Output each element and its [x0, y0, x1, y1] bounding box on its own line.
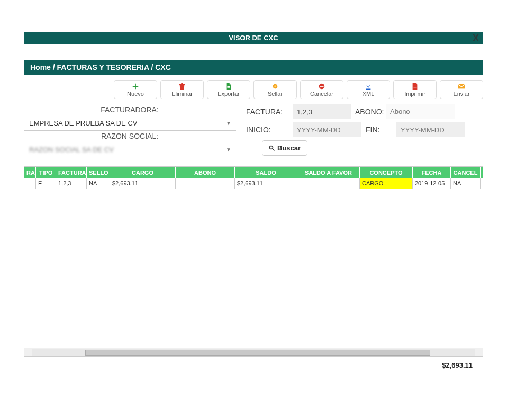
cancel-icon — [318, 83, 325, 90]
grid-header: RA TIPO FACTURA SELLO CARGO ABONO SALDO … — [24, 167, 483, 178]
sellar-label: Sellar — [268, 91, 283, 97]
scrollbar-thumb[interactable] — [85, 350, 430, 356]
cancelar-label: Cancelar — [310, 91, 333, 97]
abono-input[interactable] — [386, 104, 455, 119]
buscar-button[interactable]: Buscar — [262, 140, 307, 156]
envelope-icon — [458, 83, 465, 90]
cell-fecha: 2019-12-05 — [413, 178, 451, 189]
cell-factura: 1,2,3 — [56, 178, 87, 189]
svg-point-1 — [274, 85, 276, 87]
stamp-icon — [271, 83, 279, 90]
cell-saldo: $2,693.11 — [235, 178, 297, 189]
facturadora-label: FACTURADORA: — [24, 104, 236, 116]
horizontal-scrollbar[interactable] — [24, 348, 483, 356]
eliminar-button[interactable]: Eliminar — [160, 80, 204, 99]
col-concepto[interactable]: CONCEPTO — [360, 167, 413, 178]
col-saldo[interactable]: SALDO — [235, 167, 297, 178]
eliminar-label: Eliminar — [171, 91, 193, 97]
col-tipo[interactable]: TIPO — [36, 167, 56, 178]
svg-rect-3 — [320, 86, 324, 87]
exportar-button[interactable]: Exportar — [207, 80, 250, 99]
close-icon[interactable]: X — [473, 33, 479, 44]
cell-tipo: E — [36, 178, 56, 189]
col-factura[interactable]: FACTURA — [56, 167, 87, 178]
abono-label: ABONO: — [355, 108, 382, 116]
grid-total: $2,693.11 — [24, 357, 483, 369]
export-icon — [225, 83, 232, 90]
search-icon — [269, 145, 275, 151]
cell-abono — [176, 178, 235, 189]
breadcrumb: Home / FACTURAS Y TESORERIA / CXC — [24, 60, 483, 75]
grid-body: E 1,2,3 NA $2,693.11 $2,693.11 CARGO 201… — [24, 178, 483, 348]
cancelar-button[interactable]: Cancelar — [300, 80, 343, 99]
exportar-label: Exportar — [218, 91, 240, 97]
razon-value: RAZON SOCIAL SA DE CV — [29, 146, 114, 154]
col-abono[interactable]: ABONO — [176, 167, 235, 178]
sellar-button[interactable]: Sellar — [254, 80, 297, 99]
facturadora-dropdown[interactable]: EMPRESA DE PRUEBA SA DE CV ▼ — [24, 116, 236, 131]
col-cancel[interactable]: CANCEL — [451, 167, 481, 178]
nuevo-button[interactable]: Nuevo — [114, 80, 157, 99]
table-row[interactable]: E 1,2,3 NA $2,693.11 $2,693.11 CARGO 201… — [24, 178, 483, 189]
toolbar: Nuevo Eliminar Exportar Sellar Cancelar … — [24, 75, 483, 102]
facturadora-value: EMPRESA DE PRUEBA SA DE CV — [29, 119, 137, 127]
inicio-input[interactable] — [293, 122, 361, 137]
factura-input[interactable] — [293, 104, 351, 119]
pdf-icon — [411, 83, 419, 90]
razon-dropdown[interactable]: RAZON SOCIAL SA DE CV ▼ — [24, 142, 236, 157]
chevron-down-icon: ▼ — [226, 147, 231, 153]
col-sello[interactable]: SELLO — [87, 167, 110, 178]
nuevo-label: Nuevo — [127, 91, 144, 97]
col-favor[interactable]: SALDO A FAVOR — [297, 167, 360, 178]
cell-favor — [297, 178, 360, 189]
cell-ra — [24, 178, 36, 189]
factura-label: FACTURA: — [246, 108, 288, 116]
download-icon — [365, 83, 372, 90]
filters: FACTURADORA: EMPRESA DE PRUEBA SA DE CV … — [24, 102, 483, 162]
data-grid: RA TIPO FACTURA SELLO CARGO ABONO SALDO … — [24, 166, 483, 357]
title-bar: VISOR DE CXC X — [24, 32, 483, 44]
fin-label: FIN: — [366, 126, 392, 134]
razon-label: RAZON SOCIAL: — [24, 131, 236, 142]
title-text: VISOR DE CXC — [229, 34, 278, 42]
col-fecha[interactable]: FECHA — [413, 167, 451, 178]
enviar-label: Enviar — [453, 91, 469, 97]
xml-label: XML — [363, 91, 375, 97]
inicio-label: INICIO: — [246, 126, 288, 134]
buscar-label: Buscar — [277, 144, 301, 152]
cell-concepto: CARGO — [360, 178, 413, 189]
xml-button[interactable]: XML — [347, 80, 390, 99]
trash-icon — [178, 83, 186, 90]
imprimir-label: Imprimir — [404, 91, 425, 97]
svg-point-4 — [270, 146, 273, 149]
cell-cancel: NA — [451, 178, 481, 189]
svg-line-5 — [273, 149, 275, 150]
col-cargo[interactable]: CARGO — [110, 167, 176, 178]
chevron-down-icon: ▼ — [226, 120, 231, 126]
cell-cargo: $2,693.11 — [110, 178, 176, 189]
plus-icon — [132, 83, 139, 90]
imprimir-button[interactable]: Imprimir — [393, 80, 437, 99]
cell-sello: NA — [87, 178, 110, 189]
enviar-button[interactable]: Enviar — [440, 80, 483, 99]
fin-input[interactable] — [396, 122, 465, 137]
col-ra[interactable]: RA — [24, 167, 36, 178]
